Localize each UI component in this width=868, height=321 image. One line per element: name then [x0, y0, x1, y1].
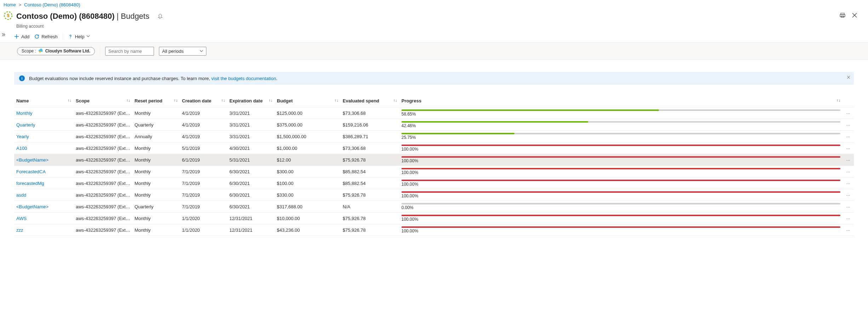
table-row[interactable]: ForecastedCAaws-432263259397 (External ……	[14, 166, 854, 178]
breadcrumb-current[interactable]: Contoso (Demo) (8608480)	[24, 2, 80, 7]
budget-name-link[interactable]: <BudgetName>	[16, 157, 48, 163]
cell-edate: 3/31/2021	[227, 119, 275, 131]
page-title-main: Contoso (Demo) (8608480)	[16, 12, 115, 21]
help-button[interactable]: Help	[68, 34, 90, 39]
cell-budget: $1,500,000.00	[275, 131, 341, 142]
expand-sidebar-button[interactable]	[1, 33, 6, 38]
table-row[interactable]: <BudgetName>aws-432263259397 (External ……	[14, 201, 854, 213]
progress-bar	[401, 109, 840, 111]
row-menu-button[interactable]: ···	[843, 142, 854, 154]
banner-close-button[interactable]	[847, 75, 850, 80]
budget-name-link[interactable]: forecastedMg	[16, 181, 44, 186]
cell-progress: 42.46%	[399, 119, 843, 131]
budget-name-link[interactable]: Yearly	[16, 134, 29, 139]
row-menu-button[interactable]: ···	[843, 131, 854, 142]
col-header-scope[interactable]: Scope↑↓	[74, 95, 132, 107]
row-menu-button[interactable]: ···	[843, 154, 854, 166]
table-row[interactable]: Quarterlyaws-432263259397 (External …Qua…	[14, 119, 854, 131]
progress-bar	[401, 121, 840, 123]
cell-reset: Monthly	[132, 178, 180, 189]
cloud-icon	[38, 49, 43, 54]
row-menu-button[interactable]: ···	[843, 119, 854, 131]
progress-label: 100.00%	[401, 229, 840, 233]
table-body: Monthlyaws-432263259397 (External …Month…	[14, 107, 854, 236]
progress-label: 100.00%	[401, 158, 840, 163]
col-header-eval[interactable]: Evaluated spend↑↓	[341, 95, 399, 107]
close-button[interactable]	[850, 11, 859, 19]
table-row[interactable]: AWSaws-432263259397 (External …Monthly1/…	[14, 213, 854, 224]
cell-progress: 58.65%	[399, 107, 843, 119]
col-header-edate[interactable]: Expiration date↑↓	[227, 95, 275, 107]
table-row[interactable]: zzzaws-432263259397 (External …Monthly1/…	[14, 224, 854, 236]
cell-cdate: 6/1/2019	[180, 154, 227, 166]
table-row[interactable]: A100aws-432263259397 (External …Monthly5…	[14, 142, 854, 154]
toolbar-separator	[63, 33, 63, 40]
row-menu-button[interactable]: ···	[843, 224, 854, 236]
info-doc-link[interactable]: visit the budgets documentation	[211, 76, 276, 81]
sort-icon[interactable]: ↑↓	[335, 98, 338, 102]
cell-reset: Monthly	[132, 213, 180, 224]
budget-name-link[interactable]: A100	[16, 146, 27, 151]
progress-bar	[401, 226, 840, 228]
budget-name-link[interactable]: zzz	[16, 227, 23, 233]
row-menu-button[interactable]: ···	[843, 107, 854, 119]
print-button[interactable]	[838, 11, 847, 19]
refresh-button[interactable]: Refresh	[34, 34, 58, 39]
col-header-budget[interactable]: Budget↑↓	[275, 95, 341, 107]
cell-reset: Annually	[132, 131, 180, 142]
sort-icon[interactable]: ↑↓	[221, 98, 225, 102]
period-select[interactable]: All periods	[159, 47, 206, 56]
cell-eval: $75,926.78	[341, 224, 399, 236]
table-row[interactable]: Yearlyaws-432263259397 (External …Annual…	[14, 131, 854, 142]
add-button[interactable]: Add	[14, 34, 29, 39]
table-row[interactable]: <BudgetName>aws-432263259397 (External ……	[14, 154, 854, 166]
table-row[interactable]: forecastedMgaws-432263259397 (External ……	[14, 178, 854, 189]
cell-budget: $10,000.00	[275, 213, 341, 224]
row-menu-button[interactable]: ···	[843, 213, 854, 224]
pin-button[interactable]	[156, 10, 165, 23]
breadcrumb-home[interactable]: Home	[4, 2, 16, 7]
cell-reset: Monthly	[132, 142, 180, 154]
cell-scope: aws-432263259397 (External …	[74, 154, 132, 166]
cell-cdate: 4/1/2019	[180, 131, 227, 142]
budget-name-link[interactable]: asdd	[16, 192, 26, 198]
help-label: Help	[75, 34, 85, 39]
sort-icon[interactable]: ↑↓	[269, 98, 273, 102]
cell-name: <BudgetName>	[14, 201, 74, 213]
col-header-progress[interactable]: Progress↑↓	[399, 95, 843, 107]
sort-icon[interactable]: ↑↓	[68, 98, 72, 102]
row-menu-button[interactable]: ···	[843, 166, 854, 178]
sort-icon[interactable]: ↑↓	[174, 98, 178, 102]
breadcrumb: Home > Contoso (Demo) (8608480)	[0, 0, 868, 8]
budget-name-link[interactable]: Monthly	[16, 111, 33, 116]
row-menu-button[interactable]: ···	[843, 189, 854, 201]
col-header-reset[interactable]: Reset period↑↓	[132, 95, 180, 107]
info-banner: i Budget evaluations now include reserve…	[14, 72, 854, 85]
sort-icon[interactable]: ↑↓	[836, 98, 840, 102]
cell-scope: aws-432263259397 (External …	[74, 107, 132, 119]
sort-icon[interactable]: ↑↓	[393, 98, 397, 102]
table-row[interactable]: asddaws-432263259397 (External …Monthly7…	[14, 189, 854, 201]
progress-label: 100.00%	[401, 170, 840, 175]
col-header-name[interactable]: Name↑↓	[14, 95, 74, 107]
row-menu-button[interactable]: ···	[843, 201, 854, 213]
cell-name: asdd	[14, 189, 74, 201]
cell-progress: 100.00%	[399, 213, 843, 224]
cell-cdate: 1/1/2020	[180, 213, 227, 224]
sort-icon[interactable]: ↑↓	[126, 98, 130, 102]
row-menu-button[interactable]: ···	[843, 178, 854, 189]
cell-reset: Monthly	[132, 189, 180, 201]
cell-progress: 100.00%	[399, 142, 843, 154]
budget-name-link[interactable]: AWS	[16, 216, 27, 221]
table-row[interactable]: Monthlyaws-432263259397 (External …Month…	[14, 107, 854, 119]
col-header-cdate[interactable]: Creation date↑↓	[180, 95, 227, 107]
scope-label: Scope :	[22, 49, 36, 54]
progress-bar	[401, 215, 840, 216]
cell-scope: aws-432263259397 (External …	[74, 131, 132, 142]
budget-name-link[interactable]: <BudgetName>	[16, 204, 48, 209]
budget-name-link[interactable]: Quarterly	[16, 122, 35, 128]
search-input[interactable]	[105, 47, 154, 56]
cell-eval: $85,882.54	[341, 178, 399, 189]
budget-name-link[interactable]: ForecastedCA	[16, 169, 46, 174]
scope-selector[interactable]: Scope : Cloudyn Software Ltd.	[17, 47, 95, 55]
